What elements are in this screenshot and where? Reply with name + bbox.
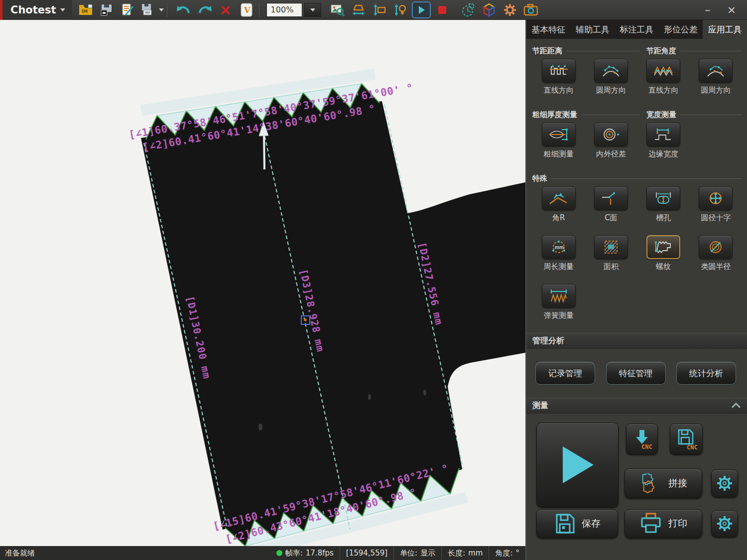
- print-button[interactable]: 打印: [624, 509, 702, 538]
- start-measure-button[interactable]: [536, 422, 619, 507]
- section-special: 特殊: [532, 172, 742, 184]
- delete-button[interactable]: ×: [216, 1, 235, 18]
- zoom-dropdown-button[interactable]: [304, 3, 321, 17]
- delete-x-icon: ×: [219, 2, 232, 17]
- spring-icon: [548, 288, 570, 303]
- selection-handle-dot: [304, 318, 307, 321]
- measurement-viewport[interactable]: [D1]30.200 mm [D3]28.928 mm [D2]27.556 m…: [0, 20, 525, 546]
- stop-button[interactable]: [433, 1, 452, 18]
- tool-label: 面积: [604, 262, 619, 272]
- stitch-settings-button[interactable]: [711, 469, 738, 497]
- part-speck: [423, 390, 426, 396]
- pitch-distance-circular-button[interactable]: [594, 59, 628, 83]
- status-unit[interactable]: 单位: 显示: [393, 546, 441, 560]
- edge-width-button[interactable]: [646, 123, 680, 146]
- status-angle-unit[interactable]: 角度: °: [489, 546, 525, 560]
- app-menu-button[interactable]: Chotest: [2, 0, 72, 20]
- measure-header[interactable]: 测量: [526, 398, 747, 414]
- toolbar-separator: [259, 3, 259, 17]
- play-large-icon: [558, 443, 598, 486]
- tab-application-tools[interactable]: 应用工具: [703, 20, 747, 39]
- length-label: 长度:: [448, 549, 465, 558]
- printer-icon: [639, 513, 662, 535]
- length-value: mm: [468, 549, 483, 558]
- tab-aux-tools[interactable]: 辅助工具: [571, 20, 615, 39]
- pitch-angle-circular-button[interactable]: [699, 59, 733, 83]
- minimize-button[interactable]: –: [697, 2, 718, 18]
- cnc-save-button[interactable]: CNC: [670, 423, 703, 454]
- zoom-level-value: 100%: [271, 5, 294, 14]
- tool-label: 圆径十字: [701, 213, 731, 223]
- print-settings-button[interactable]: [711, 510, 738, 537]
- cnc-download-icon: CNC: [631, 428, 653, 450]
- c-face-button[interactable]: [594, 186, 628, 210]
- width-measure-button[interactable]: [349, 1, 368, 18]
- inner-outer-diameter-button[interactable]: [594, 123, 628, 146]
- area-icon: [600, 240, 622, 255]
- run-measure-button[interactable]: [412, 1, 431, 18]
- cnc-import-button[interactable]: CNC: [626, 423, 658, 454]
- redo-button[interactable]: [195, 1, 214, 18]
- tool-label: 槽孔: [656, 213, 671, 223]
- tool-label: 边缘宽度: [648, 149, 678, 159]
- gear-icon: [503, 3, 517, 17]
- status-length-unit[interactable]: 长度: mm: [441, 546, 489, 560]
- section-thickness-measure: 粗细厚度测量: [532, 109, 639, 121]
- manage-analysis-header[interactable]: 管理分析: [526, 333, 747, 349]
- stitch-button[interactable]: 拼接: [624, 468, 702, 498]
- cnc-floppy-icon: CNC: [675, 428, 698, 450]
- record-manage-button[interactable]: 记录管理: [535, 362, 595, 385]
- tool-label: 内外径差: [596, 149, 626, 159]
- save-result-button[interactable]: 保存: [536, 509, 618, 538]
- save-as-button[interactable]: [139, 1, 158, 18]
- save-as-dropdown[interactable]: [159, 8, 164, 11]
- perimeter-measure-button[interactable]: mm: [542, 235, 576, 259]
- round-radius-button[interactable]: [699, 235, 733, 259]
- pitch-angle-linear-button[interactable]: [646, 59, 680, 83]
- tool-label: 圆周方向: [596, 86, 626, 95]
- area-measure-button[interactable]: [594, 235, 628, 259]
- v-tool-button[interactable]: V: [237, 1, 256, 18]
- pitch-distance-linear-button[interactable]: [542, 59, 576, 83]
- accent-strip: [0, 0, 2, 20]
- timer-button[interactable]: [459, 1, 478, 18]
- close-button[interactable]: ×: [721, 2, 742, 18]
- thread-icon: [652, 240, 674, 255]
- snapshot-button[interactable]: [521, 1, 540, 18]
- save-as-icon: [141, 3, 156, 17]
- slot-hole-button[interactable]: [646, 186, 680, 210]
- statistics-analysis-button[interactable]: 统计分析: [676, 362, 736, 385]
- redo-icon: [197, 4, 212, 16]
- tool-label: 角R: [552, 213, 565, 223]
- measure-zone: CNC CNC 拼接: [526, 414, 747, 560]
- 3d-view-button[interactable]: [480, 1, 498, 18]
- edit-report-button[interactable]: [118, 1, 137, 18]
- thickness-measure-button[interactable]: [542, 123, 576, 146]
- circle-cross-button[interactable]: [699, 186, 733, 210]
- feature-manage-button[interactable]: 特征管理: [606, 362, 666, 385]
- fps-label: 帧率:: [285, 549, 303, 558]
- save-project-button[interactable]: [97, 1, 116, 18]
- tab-basic-features[interactable]: 基本特征: [526, 20, 571, 39]
- tab-geometric-tolerance[interactable]: 形位公差: [659, 20, 703, 39]
- circular-angle-icon: [705, 63, 727, 78]
- thread-measure-button[interactable]: [646, 235, 680, 259]
- spring-measure-button[interactable]: [542, 284, 576, 308]
- light-adjust-button[interactable]: [391, 1, 410, 18]
- image-preview-button[interactable]: [328, 1, 347, 18]
- zoom-level-field[interactable]: 100%: [266, 3, 302, 17]
- corner-r-button[interactable]: [542, 186, 576, 210]
- chevron-up-icon[interactable]: [731, 403, 741, 409]
- settings-button[interactable]: [500, 1, 519, 18]
- tool-label: 弹簧测量: [544, 311, 574, 320]
- part-view-svg: [D1]30.200 mm [D3]28.928 mm [D2]27.556 m…: [0, 20, 525, 546]
- open-project-button[interactable]: IM: [76, 1, 95, 18]
- camera-icon: [523, 3, 538, 16]
- section-width-measure: 宽度测量: [646, 109, 742, 121]
- tab-annotation-tools[interactable]: 标注工具: [615, 20, 659, 39]
- undo-button[interactable]: [174, 1, 193, 18]
- height-measure-button[interactable]: [370, 1, 389, 18]
- thickness-icon: [548, 127, 570, 142]
- tool-label: 直线方向: [544, 86, 574, 95]
- svg-text:V: V: [244, 5, 250, 15]
